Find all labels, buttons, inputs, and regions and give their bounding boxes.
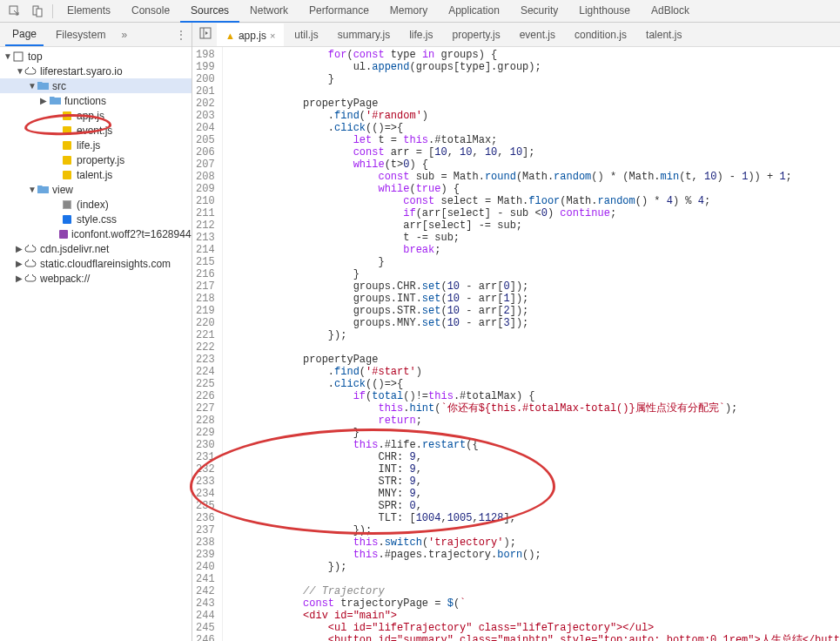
expand-arrow-icon[interactable]: ▼ xyxy=(3,51,12,61)
expand-arrow-icon[interactable]: ▼ xyxy=(28,81,37,91)
svg-rect-3 xyxy=(14,52,23,61)
editor-tab[interactable]: life.js xyxy=(400,24,441,45)
code-line: const arr = [10, 10, 10, 10]; xyxy=(228,146,840,159)
nav-toggle-icon[interactable] xyxy=(196,27,215,42)
tree-item[interactable]: ▶event.js xyxy=(0,123,192,138)
tree-item[interactable]: ▶life.js xyxy=(0,138,192,152)
expand-arrow-icon[interactable]: ▼ xyxy=(28,185,37,194)
code-line: propertyPage xyxy=(228,354,840,366)
options-icon[interactable]: ⋮ xyxy=(176,29,186,41)
css-icon xyxy=(61,213,73,226)
tree-item[interactable]: ▶property.js xyxy=(0,152,192,167)
line-number: 202 xyxy=(196,98,215,110)
code-line: return; xyxy=(228,415,840,427)
close-icon[interactable]: × xyxy=(270,30,275,41)
code-line: while(true) { xyxy=(228,183,840,195)
tree-item[interactable]: ▶functions xyxy=(0,93,192,108)
tab-security[interactable]: Security xyxy=(510,0,568,23)
tree-item[interactable]: ▶cdn.jsdelivr.net xyxy=(0,241,192,256)
tab-network[interactable]: Network xyxy=(239,0,299,23)
tree-item-label: life.js xyxy=(77,139,100,152)
expand-arrow-icon[interactable]: ▶ xyxy=(16,244,24,253)
line-number: 226 xyxy=(196,390,215,402)
tree-item[interactable]: ▶static.cloudflareinsights.com xyxy=(0,256,192,271)
page-tab[interactable]: Page xyxy=(5,24,44,46)
folder-icon xyxy=(37,184,49,196)
editor-tab[interactable]: summary.js xyxy=(329,24,399,45)
tree-item[interactable]: ▶app.js xyxy=(0,108,192,123)
line-number: 205 xyxy=(196,134,215,146)
code-line: } xyxy=(228,256,840,268)
filesystem-tab[interactable]: Filesystem xyxy=(49,24,112,45)
tab-lighthouse[interactable]: Lighthouse xyxy=(568,0,641,23)
code-line: .find('#random') xyxy=(228,110,840,122)
tree-item[interactable]: ▼liferestart.syaro.io xyxy=(0,64,192,78)
code-line: SPR: 0, xyxy=(228,500,840,512)
line-number: 215 xyxy=(196,256,215,268)
line-number: 237 xyxy=(196,524,215,536)
line-number: 228 xyxy=(196,415,215,427)
editor-tab[interactable]: ▲app.js× xyxy=(217,24,284,46)
editor-tab[interactable]: condition.js xyxy=(566,24,635,45)
line-number: 231 xyxy=(196,451,215,463)
tree-item-label: src xyxy=(52,80,66,92)
line-number: 224 xyxy=(196,366,215,378)
expand-arrow-icon[interactable]: ▶ xyxy=(16,259,24,268)
line-number: 198 xyxy=(196,49,215,61)
inspect-icon[interactable] xyxy=(3,2,26,21)
code-line: TLT: [1004,1005,1128], xyxy=(228,512,840,524)
line-number: 222 xyxy=(196,341,215,354)
editor-tab[interactable]: talent.js xyxy=(637,24,690,45)
cloud-icon xyxy=(24,243,37,255)
line-number: 216 xyxy=(196,268,215,280)
line-number: 210 xyxy=(196,195,215,207)
code-line: <div id="main"> xyxy=(228,610,840,622)
code-line: }); xyxy=(228,329,840,341)
code-editor[interactable]: 1981992002012022032042052062072082092102… xyxy=(192,47,840,641)
expand-arrow-icon[interactable]: ▶ xyxy=(40,96,49,105)
line-number: 203 xyxy=(196,110,215,122)
tree-item[interactable]: ▼src xyxy=(0,78,192,93)
code-line: .click(()=>{ xyxy=(228,378,840,390)
tree-item[interactable]: ▶talent.js xyxy=(0,167,192,182)
code-line: .click(()=>{ xyxy=(228,122,840,134)
code-line: MNY: 9, xyxy=(228,488,840,500)
editor-tab[interactable]: event.js xyxy=(511,24,564,45)
tab-memory[interactable]: Memory xyxy=(380,0,438,23)
editor-tab[interactable]: util.js xyxy=(286,24,326,45)
svg-rect-2 xyxy=(37,9,42,17)
tree-item[interactable]: ▼top xyxy=(0,49,192,64)
cloud-icon xyxy=(24,258,37,270)
tree-item-label: property.js xyxy=(77,154,124,166)
tree-item[interactable]: ▶style.css xyxy=(0,212,192,226)
tree-item-label: static.cloudflareinsights.com xyxy=(40,258,171,270)
line-number: 230 xyxy=(196,439,215,451)
line-number: 206 xyxy=(196,146,215,159)
tab-adblock[interactable]: AdBlock xyxy=(641,0,700,23)
file-tree[interactable]: ▼top▼liferestart.syaro.io▼src▶functions▶… xyxy=(0,47,192,641)
tree-item-label: event.js xyxy=(77,125,112,137)
editor-tab[interactable]: property.js xyxy=(444,24,509,45)
tree-item-label: cdn.jsdelivr.net xyxy=(40,243,109,255)
editor-tab-label: life.js xyxy=(409,29,433,41)
line-number: 245 xyxy=(196,622,215,634)
code-line xyxy=(228,573,840,585)
tree-item[interactable]: ▶iconfont.woff2?t=162894468 xyxy=(0,226,192,241)
expand-arrow-icon[interactable]: ▶ xyxy=(16,273,24,283)
expand-arrow-icon[interactable]: ▼ xyxy=(16,66,24,76)
tab-elements[interactable]: Elements xyxy=(57,0,121,23)
line-number: 214 xyxy=(196,244,215,256)
more-tabs[interactable]: » xyxy=(118,29,131,41)
code-line xyxy=(228,341,840,354)
tree-item[interactable]: ▶(index) xyxy=(0,197,192,212)
tab-console[interactable]: Console xyxy=(121,0,180,23)
tree-item-label: iconfont.woff2?t=162894468 xyxy=(71,228,192,240)
tree-item[interactable]: ▶webpack:// xyxy=(0,271,192,286)
tab-application[interactable]: Application xyxy=(438,0,510,23)
woff-icon xyxy=(59,228,68,240)
tab-performance[interactable]: Performance xyxy=(299,0,380,23)
tree-item[interactable]: ▼view xyxy=(0,182,192,197)
tab-sources[interactable]: Sources xyxy=(180,0,239,23)
device-icon[interactable] xyxy=(26,2,49,21)
line-number: 243 xyxy=(196,597,215,610)
